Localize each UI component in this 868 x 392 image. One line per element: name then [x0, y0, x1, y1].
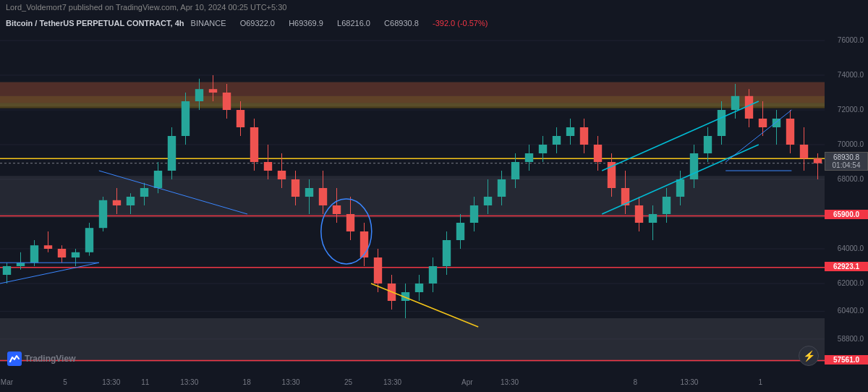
tradingview-logo: TradingView: [7, 351, 75, 366]
low-value: L68216.0: [337, 19, 370, 27]
current-time: 01:04:54: [827, 161, 865, 169]
time-axis-label: Apr: [461, 378, 473, 386]
close-value: C68930.8: [384, 19, 419, 27]
time-axis-label: 13:30: [383, 378, 401, 386]
high-value: H69369.9: [289, 19, 323, 27]
time-axis-label: 13:30: [102, 378, 120, 386]
lightning-badge[interactable]: ⚡: [799, 346, 819, 366]
chart-container: Lord_Voldemort7 published on TradingView…: [0, 0, 868, 392]
current-price: 68930.8: [827, 153, 865, 161]
price-axis-label: 64000.0: [838, 244, 867, 252]
publisher-text: Lord_Voldemort7 published on TradingView…: [6, 3, 286, 12]
price-tag: 65900.0: [825, 210, 868, 219]
change-value: -392.0 (-0.57%): [433, 19, 488, 27]
open-value: O69322.0: [240, 19, 275, 27]
publisher-bar: Lord_Voldemort7 published on TradingView…: [0, 0, 868, 14]
chart-title-bar: Bitcoin / TetherUS PERPETUAL CONTRACT, 4…: [0, 14, 868, 32]
time-axis-label: Mar: [1, 378, 13, 386]
price-axis: [825, 32, 868, 370]
time-axis-label: 11: [141, 378, 149, 386]
time-axis-label: 1: [758, 378, 762, 386]
price-axis-label: 60400.0: [838, 307, 867, 315]
price-axis-label: 62000.0: [838, 279, 867, 287]
tv-icon: [7, 351, 22, 366]
price-chart-canvas: [0, 32, 825, 370]
time-axis: Mar513:301113:301813:302513:30Apr13:3081…: [0, 370, 825, 392]
price-axis-label: 70000.0: [838, 140, 867, 148]
price-axis-label: 58800.0: [838, 335, 867, 343]
price-axis-label: 72000.0: [838, 106, 867, 114]
time-axis-label: 13:30: [680, 378, 698, 386]
time-axis-label: 13:30: [501, 378, 519, 386]
chart-ohlc: BINANCE O69322.0 H69369.9 L68216.0 C6893…: [191, 19, 495, 27]
price-axis-label: 68000.0: [838, 175, 867, 183]
time-axis-label: 8: [634, 378, 638, 386]
tradingview-text: TradingView: [25, 354, 75, 364]
time-axis-label: 5: [63, 378, 67, 386]
price-axis-label: 74000.0: [838, 71, 867, 79]
chart-symbol: Bitcoin / TetherUS PERPETUAL CONTRACT, 4…: [6, 19, 184, 27]
exchange-label: BINANCE: [191, 19, 226, 27]
time-axis-label: 25: [344, 378, 352, 386]
chart-area[interactable]: [0, 32, 825, 370]
price-axis-label: 76000.0: [838, 36, 867, 44]
time-axis-label: 18: [243, 378, 251, 386]
time-axis-label: 13:30: [180, 378, 198, 386]
price-tag: 62923.1: [825, 262, 868, 271]
price-tag: 57561.0: [825, 355, 868, 365]
time-axis-label: 13:30: [282, 378, 300, 386]
